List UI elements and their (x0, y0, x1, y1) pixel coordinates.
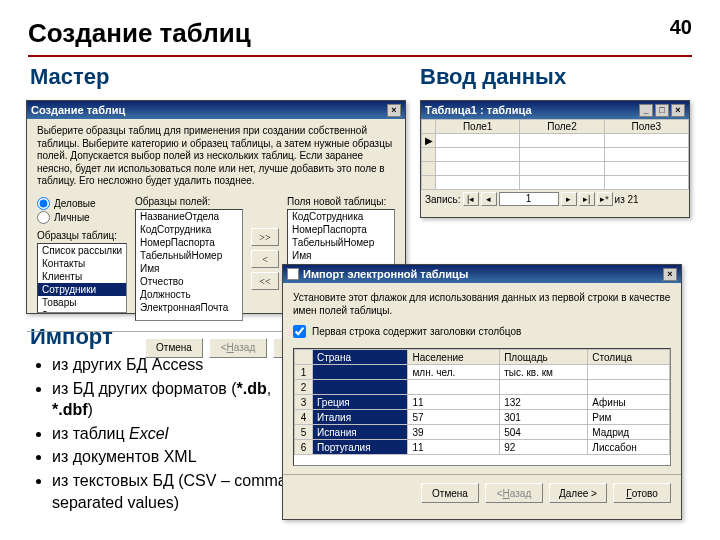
cell[interactable]: Лиссабон (588, 440, 670, 455)
close-icon[interactable]: × (671, 104, 685, 117)
label-sample-fields: Образцы полей: (135, 196, 243, 207)
close-icon[interactable]: × (663, 268, 677, 281)
cell[interactable] (588, 380, 670, 395)
import-list: из других БД Access из БД других формато… (34, 354, 294, 515)
record-number-input[interactable]: 1 (499, 192, 559, 206)
list-item[interactable]: КодСотрудника (288, 210, 394, 223)
nav-last-button[interactable]: ▸| (579, 192, 595, 206)
heading-wizard: Мастер (30, 64, 110, 90)
cell[interactable] (408, 380, 500, 395)
cell[interactable]: 57 (408, 410, 500, 425)
cell[interactable]: Португалия (313, 440, 408, 455)
cell[interactable]: 301 (500, 410, 588, 425)
nav-new-button[interactable]: ▸* (597, 192, 613, 206)
nav-prev-button[interactable]: ◂ (481, 192, 497, 206)
import-icon (287, 268, 299, 280)
window-title: Импорт электронной таблицы (303, 268, 468, 280)
cell[interactable]: млн. чел. (408, 365, 500, 380)
list-sample-fields[interactable]: НазваниеОтделаКодСотрудникаНомерПаспорта… (135, 209, 243, 321)
list-item[interactable]: Должность (136, 288, 242, 301)
heading-input: Ввод данных (420, 64, 566, 90)
remove-button[interactable]: < (251, 250, 279, 268)
divider (28, 55, 692, 57)
cell[interactable]: Греция (313, 395, 408, 410)
close-icon[interactable]: × (387, 104, 401, 117)
list-item[interactable]: Сотрудники (38, 283, 126, 296)
page-number: 40 (670, 16, 692, 39)
list-item[interactable]: НазваниеОтдела (136, 210, 242, 223)
titlebar[interactable]: Таблица1 : таблица _ □ × (421, 101, 689, 119)
cell[interactable]: 11 (408, 395, 500, 410)
col-header[interactable]: Поле3 (604, 120, 688, 134)
remove-all-button[interactable]: << (251, 272, 279, 290)
list-item[interactable]: Контакты (38, 257, 126, 270)
list-item[interactable]: Отчество (136, 275, 242, 288)
list-item[interactable]: Клиенты (38, 270, 126, 283)
list-item[interactable]: Имя (288, 249, 394, 262)
nav-next-button[interactable]: ▸ (561, 192, 577, 206)
cell[interactable]: тыс. кв. км (500, 365, 588, 380)
cell[interactable]: 132 (500, 395, 588, 410)
radio-personal[interactable]: Личные (37, 211, 127, 224)
preview-grid[interactable]: СтранаНаселениеПлощадьСтолица1млн. чел.т… (294, 349, 670, 455)
list-item[interactable]: Товары (38, 296, 126, 309)
cell[interactable]: 11 (408, 440, 500, 455)
cell[interactable] (313, 365, 408, 380)
record-total: из 21 (615, 194, 639, 205)
add-all-button[interactable]: >> (251, 228, 279, 246)
list-item[interactable]: Список рассылки (38, 244, 126, 257)
col-header[interactable]: Площадь (500, 350, 588, 365)
radio-business[interactable]: Деловые (37, 197, 127, 210)
first-row-headers-checkbox[interactable]: Первая строка содержит заголовки столбцо… (293, 325, 671, 338)
import-intro: Установите этот флажок для использования… (293, 291, 671, 317)
datasheet-grid[interactable]: Поле1 Поле2 Поле3 ▶ (421, 119, 689, 190)
list-item[interactable]: Имя (136, 262, 242, 275)
cell[interactable]: 92 (500, 440, 588, 455)
cell[interactable] (313, 380, 408, 395)
cancel-button[interactable]: Отмена (145, 338, 203, 358)
cell[interactable]: Рим (588, 410, 670, 425)
list-item[interactable]: КодСотрудника (136, 223, 242, 236)
cell[interactable]: 39 (408, 425, 500, 440)
cell[interactable]: Афины (588, 395, 670, 410)
list-item[interactable]: ЭлектроннаяПочта (136, 301, 242, 314)
list-item[interactable]: Заказы (38, 309, 126, 313)
next-button[interactable]: Далее > (549, 483, 607, 503)
col-header[interactable]: Страна (313, 350, 408, 365)
back-button: < Назад (209, 338, 267, 358)
list-item: из документов XML (52, 446, 294, 468)
cancel-button[interactable]: Отмена (421, 483, 479, 503)
maximize-icon[interactable]: □ (655, 104, 669, 117)
titlebar[interactable]: Импорт электронной таблицы × (283, 265, 681, 283)
list-item: из БД других форматов (*.db, *.dbf) (52, 378, 294, 421)
back-button: < Назад (485, 483, 543, 503)
cell[interactable] (588, 365, 670, 380)
titlebar[interactable]: Создание таблиц × (27, 101, 405, 119)
cell[interactable]: Испания (313, 425, 408, 440)
record-label: Запись: (425, 194, 461, 205)
cell[interactable]: Мадрид (588, 425, 670, 440)
col-header[interactable]: Столица (588, 350, 670, 365)
import-spreadsheet-dialog: Импорт электронной таблицы × Установите … (282, 264, 682, 520)
col-header[interactable]: Поле1 (436, 120, 520, 134)
label-sample-tables: Образцы таблиц: (37, 230, 127, 241)
slide-title: Создание таблиц (28, 18, 692, 49)
list-item: из таблиц Excel (52, 423, 294, 445)
list-item[interactable]: ТабельныйНомер (136, 249, 242, 262)
list-item[interactable]: ТабельныйНомер (288, 236, 394, 249)
cell[interactable] (500, 380, 588, 395)
list-item[interactable]: НомерПаспорта (136, 236, 242, 249)
cell[interactable]: Италия (313, 410, 408, 425)
minimize-icon[interactable]: _ (639, 104, 653, 117)
list-item[interactable]: НомерПаспорта (288, 223, 394, 236)
window-title: Таблица1 : таблица (425, 104, 532, 116)
finish-button[interactable]: Готово (613, 483, 671, 503)
record-navigator: Запись: |◂ ◂ 1 ▸ ▸| ▸* из 21 (421, 190, 689, 208)
cell[interactable]: 504 (500, 425, 588, 440)
col-header[interactable]: Население (408, 350, 500, 365)
col-header[interactable]: Поле2 (520, 120, 604, 134)
list-sample-tables[interactable]: Список рассылкиКонтактыКлиентыСотрудники… (37, 243, 127, 313)
wizard-intro: Выберите образцы таблиц для применения п… (37, 125, 395, 188)
nav-first-button[interactable]: |◂ (463, 192, 479, 206)
label-new-fields: Поля новой таблицы: (287, 196, 395, 207)
